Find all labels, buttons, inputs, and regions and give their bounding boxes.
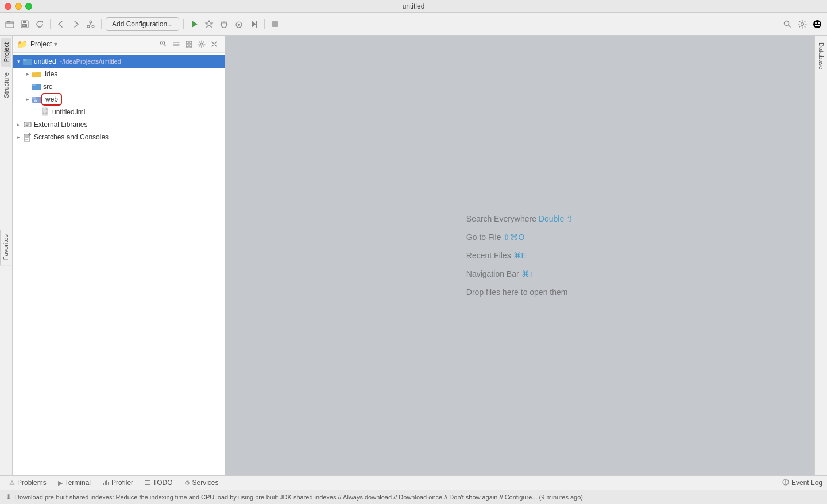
stop-icon[interactable] [269, 18, 281, 30]
terminal-label: Terminal [65, 479, 91, 487]
traffic-lights [5, 3, 32, 10]
minimize-button[interactable] [15, 3, 22, 10]
svg-rect-43 [103, 483, 104, 485]
todo-tab[interactable]: ☰ TODO [140, 476, 177, 489]
problems-tab[interactable]: ⚠ Problems [5, 476, 51, 489]
close-sidebar-icon[interactable] [208, 38, 220, 50]
tree-label-extlibs: External Libraries [34, 121, 87, 129]
services-label: Services [192, 479, 219, 487]
more-run-icon[interactable] [248, 18, 260, 30]
svg-rect-27 [186, 45, 188, 47]
svg-rect-45 [106, 480, 107, 485]
tree-path-untitled: ~/IdeaProjects/untitled [59, 58, 121, 65]
save-icon[interactable] [18, 18, 31, 30]
vcs-icon[interactable] [84, 18, 97, 30]
sidebar-folder-icon: 📁 [17, 40, 27, 49]
collapse-all-icon[interactable] [171, 38, 182, 50]
event-log-button[interactable]: Event Log [782, 479, 822, 487]
add-configuration-button[interactable]: Add Configuration... [106, 17, 179, 31]
terminal-tab[interactable]: ▶ Terminal [53, 476, 95, 489]
locate-file-icon[interactable] [158, 38, 169, 50]
svg-rect-44 [105, 481, 106, 485]
todo-icon: ☰ [145, 479, 150, 487]
tree-arrow-extlibs [14, 120, 23, 129]
svg-point-24 [162, 42, 163, 44]
svg-rect-20 [815, 25, 820, 26]
svg-marker-10 [192, 21, 198, 28]
profiler-label: Profiler [111, 479, 133, 487]
svg-text:W: W [34, 98, 38, 102]
structure-tab[interactable]: Structure [1, 68, 11, 103]
problems-icon: ⚠ [9, 479, 15, 487]
project-tree: untitled ~/IdeaProjects/untitled .idea s… [13, 53, 225, 475]
back-icon[interactable] [55, 18, 67, 30]
search-everywhere-icon[interactable] [781, 18, 794, 30]
svg-rect-28 [190, 45, 192, 47]
tree-label-web: web [43, 95, 60, 104]
svg-rect-1 [7, 21, 10, 22]
favorites-tab[interactable]: Favorites [0, 230, 11, 265]
sync-icon[interactable] [33, 18, 46, 30]
svg-rect-16 [272, 21, 278, 27]
tree-label-idea: .idea [43, 70, 58, 78]
open-file-icon[interactable] [3, 18, 16, 30]
toolbar-separator-4 [264, 19, 265, 29]
tree-label-src: src [43, 83, 52, 91]
tree-arrow-untitled [14, 57, 23, 66]
svg-text:iml: iml [43, 111, 47, 115]
services-tab[interactable]: ⚙ Services [180, 476, 223, 489]
toolbar-separator-1 [50, 19, 51, 29]
tree-item-scratches[interactable]: Scratches and Consoles [13, 131, 225, 144]
tree-item-src[interactable]: src [13, 80, 225, 93]
build-icon[interactable] [203, 18, 215, 30]
coverage-icon[interactable] [233, 18, 245, 30]
tree-item-untitled-root[interactable]: untitled ~/IdeaProjects/untitled [13, 55, 225, 68]
sidebar-toolbar-buttons [158, 38, 220, 50]
hint-shortcut-3: ⌘E [513, 251, 527, 260]
window-title: untitled [403, 2, 425, 10]
services-icon: ⚙ [184, 479, 190, 487]
settings-icon[interactable] [796, 18, 809, 30]
icon-scratches [23, 133, 32, 142]
jetbrains-icon[interactable] [811, 18, 824, 30]
right-tabs: Database [814, 36, 827, 475]
maximize-button[interactable] [25, 3, 32, 10]
project-tab[interactable]: Project [1, 38, 11, 67]
svg-point-7 [90, 21, 92, 23]
close-button[interactable] [5, 3, 11, 10]
hint-search-everywhere: Search Everywhere Double ⇧ [466, 214, 573, 223]
folder-idea-icon [32, 69, 41, 79]
tree-label-iml: untitled.iml [52, 108, 85, 116]
tree-item-untitled-iml[interactable]: iml untitled.iml [13, 106, 225, 118]
expand-all-icon[interactable] [183, 38, 195, 50]
database-tab[interactable]: Database [816, 38, 826, 74]
left-bottom-tabs [0, 475, 13, 475]
hint-text-2: Go to File [466, 232, 504, 242]
tree-item-idea[interactable]: .idea [13, 68, 225, 80]
settings-gear-icon[interactable] [196, 38, 207, 50]
folder-module-icon [23, 57, 32, 66]
forward-icon[interactable] [69, 18, 82, 30]
editor-hints: Search Everywhere Double ⇧ Go to File ⇧⌘… [466, 214, 573, 297]
hint-shortcut-2: ⇧⌘O [503, 232, 524, 242]
panel-dropdown-icon[interactable]: ▾ [54, 40, 57, 48]
svg-rect-35 [32, 84, 36, 86]
hint-shortcut-1: Double ⇧ [539, 214, 573, 223]
statusbar: ⬇ Download pre-built shared indexes: Red… [0, 490, 827, 504]
toolbar-separator-3 [183, 19, 184, 29]
editor-area: Search Everywhere Double ⇧ Go to File ⇧⌘… [225, 36, 814, 475]
profiler-tab[interactable]: Profiler [98, 476, 138, 489]
svg-rect-22 [818, 22, 820, 24]
run-icon[interactable] [188, 18, 200, 30]
status-download-icon: ⬇ [6, 493, 11, 501]
tree-item-web[interactable]: W web [13, 93, 225, 106]
svg-point-13 [238, 24, 240, 26]
hint-shortcut-4: ⌘↑ [521, 269, 534, 278]
event-log-icon [782, 479, 789, 487]
debug-icon[interactable] [218, 18, 230, 30]
svg-rect-41 [24, 122, 31, 127]
main-toolbar: Add Configuration... [0, 13, 827, 36]
tree-item-external-libs[interactable]: External Libraries [13, 118, 225, 131]
tree-label-scratches: Scratches and Consoles [34, 133, 109, 141]
add-config-label: Add Configuration... [112, 20, 173, 28]
